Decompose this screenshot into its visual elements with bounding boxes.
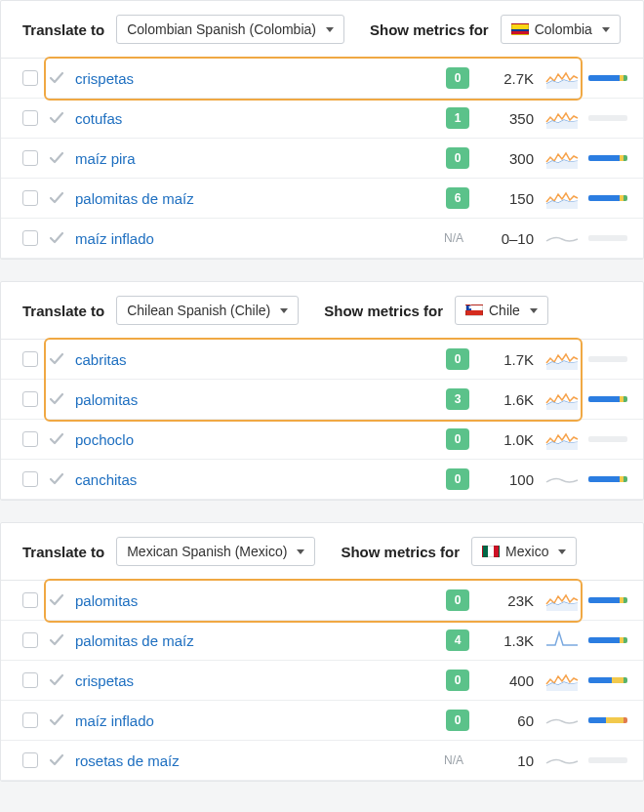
country-select[interactable]: Chile (455, 296, 548, 325)
trend-sparkline (545, 147, 579, 169)
table-row: maíz infladoN/A0–10 (1, 219, 643, 259)
check-icon (48, 229, 65, 247)
row-checkbox[interactable] (22, 431, 38, 447)
trend-sparkline (545, 750, 579, 771)
table-row: cotufas1350 (1, 99, 643, 139)
volume-value: 0–10 (479, 230, 536, 247)
row-checkbox[interactable] (22, 712, 38, 728)
trend-sparkline (545, 428, 579, 450)
volume-value: 150 (479, 190, 536, 207)
language-select[interactable]: Colombian Spanish (Colombia) (116, 15, 344, 44)
keyword-term[interactable]: palomitas (75, 592, 436, 609)
table-row: maíz inflado060 (1, 701, 643, 741)
keyword-term[interactable]: maíz pira (75, 150, 436, 167)
serp-bar (588, 677, 627, 683)
chevron-down-icon (558, 549, 566, 554)
keyword-term[interactable]: palomitas de maíz (75, 190, 436, 207)
table-row: crispetas0400 (1, 661, 643, 701)
row-checkbox[interactable] (22, 391, 38, 407)
chevron-down-icon (297, 549, 304, 554)
difficulty-badge: 3 (446, 388, 469, 410)
check-icon (48, 470, 65, 488)
row-checkbox[interactable] (22, 230, 38, 246)
row-checkbox[interactable] (22, 672, 38, 688)
show-metrics-label: Show metrics for (370, 21, 489, 38)
keyword-term[interactable]: canchitas (75, 471, 436, 488)
keyword-term[interactable]: maíz inflado (75, 230, 428, 247)
row-checkbox[interactable] (22, 70, 38, 86)
difficulty-badge: N/A (438, 750, 469, 771)
difficulty-badge: 6 (446, 187, 469, 209)
difficulty-badge: 0 (446, 589, 469, 611)
difficulty-badge: 0 (446, 428, 469, 450)
table-row: rosetas de maízN/A10 (1, 741, 643, 781)
check-icon (48, 109, 65, 127)
table-row: pochoclo01.0K (1, 420, 643, 460)
trend-sparkline (545, 589, 579, 611)
check-icon (48, 189, 65, 207)
check-icon (48, 390, 65, 408)
language-select-value: Chilean Spanish (Chile) (127, 303, 270, 318)
show-metrics-label: Show metrics for (341, 544, 460, 560)
flag-icon (465, 304, 483, 316)
serp-bar (588, 757, 627, 763)
serp-bar (588, 597, 627, 603)
row-checkbox[interactable] (22, 471, 38, 487)
language-select-value: Mexican Spanish (Mexico) (127, 544, 287, 559)
row-checkbox[interactable] (22, 190, 38, 206)
keyword-term[interactable]: pochoclo (75, 431, 436, 448)
difficulty-badge: N/A (438, 227, 469, 249)
table-row: palomitas023K (1, 581, 643, 621)
serp-bar (588, 436, 627, 442)
trend-sparkline (545, 107, 579, 129)
language-select-value: Colombian Spanish (Colombia) (127, 21, 316, 37)
check-icon (48, 430, 65, 448)
chevron-down-icon (602, 27, 610, 32)
keyword-term[interactable]: crispetas (75, 672, 436, 689)
translate-to-label: Translate to (22, 544, 104, 560)
trend-sparkline (545, 670, 579, 691)
row-checkbox[interactable] (22, 110, 38, 126)
volume-value: 400 (479, 672, 536, 689)
volume-value: 1.7K (479, 351, 536, 368)
check-icon (48, 751, 65, 769)
language-select[interactable]: Mexican Spanish (Mexico) (116, 537, 315, 566)
volume-value: 300 (479, 150, 536, 167)
show-metrics-label: Show metrics for (324, 303, 443, 319)
keyword-term[interactable]: palomitas (75, 391, 436, 408)
serp-bar (588, 717, 627, 723)
country-select[interactable]: Mexico (471, 537, 577, 566)
keyword-term[interactable]: rosetas de maíz (75, 752, 428, 769)
keyword-term[interactable]: cotufas (75, 110, 436, 127)
row-checkbox[interactable] (22, 752, 38, 768)
keyword-term[interactable]: cabritas (75, 351, 436, 368)
row-checkbox[interactable] (22, 150, 38, 166)
volume-value: 1.3K (479, 632, 536, 649)
row-checkbox[interactable] (22, 351, 38, 367)
country-select[interactable]: Colombia (501, 15, 621, 44)
flag-icon (482, 546, 500, 557)
check-icon (48, 149, 65, 167)
section-mexico: Translate toMexican Spanish (Mexico)Show… (0, 522, 644, 782)
difficulty-badge: 0 (446, 348, 469, 370)
volume-value: 1.6K (479, 391, 536, 408)
row-checkbox[interactable] (22, 632, 38, 648)
country-select-value: Colombia (535, 21, 592, 37)
check-icon (48, 350, 65, 368)
table-row: maíz pira0300 (1, 139, 643, 179)
table-row: canchitas0100 (1, 460, 643, 500)
keyword-term[interactable]: crispetas (75, 70, 436, 87)
serp-bar (588, 476, 627, 482)
language-select[interactable]: Chilean Spanish (Chile) (116, 296, 299, 325)
trend-sparkline (545, 629, 579, 651)
trend-sparkline (545, 388, 579, 410)
difficulty-badge: 0 (446, 710, 469, 731)
volume-value: 60 (479, 712, 536, 729)
row-checkbox[interactable] (22, 592, 38, 608)
keyword-term[interactable]: maíz inflado (75, 712, 436, 729)
volume-value: 23K (479, 592, 536, 609)
rows-container: cabritas01.7Kpalomitas31.6Kpochoclo01.0K… (1, 340, 643, 500)
trend-sparkline (545, 468, 579, 490)
keyword-term[interactable]: palomitas de maíz (75, 632, 436, 649)
chevron-down-icon (530, 308, 538, 313)
